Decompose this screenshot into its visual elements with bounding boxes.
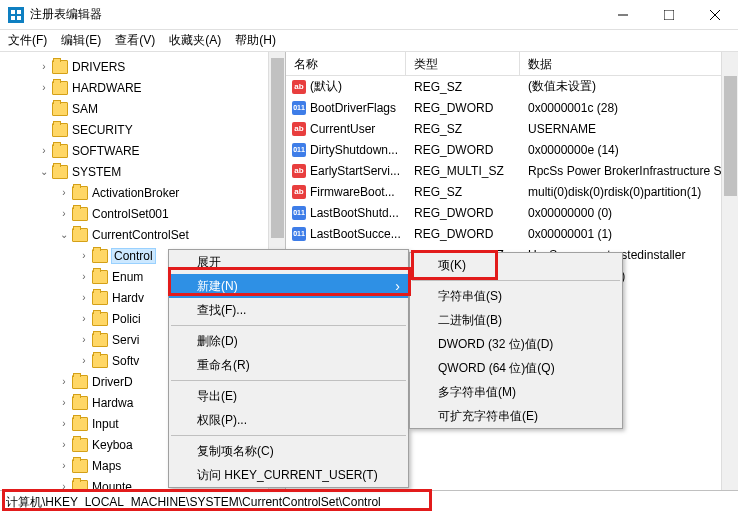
tree-label: Polici	[112, 312, 141, 326]
titlebar: 注册表编辑器	[0, 0, 738, 30]
list-row[interactable]: EarlyStartServi...REG_MULTI_SZRpcSs Powe…	[286, 160, 738, 181]
value-data: RpcSs Power BrokerInfrastructure S	[520, 164, 738, 178]
expander-icon[interactable]: ›	[78, 250, 90, 261]
list-row[interactable]: BootDriverFlagsREG_DWORD0x0000001c (28)	[286, 97, 738, 118]
expander-icon[interactable]: ›	[78, 292, 90, 303]
value-name: BootDriverFlags	[310, 101, 396, 115]
expander-icon[interactable]: ›	[58, 481, 70, 490]
expander-icon[interactable]: ⌄	[58, 229, 70, 240]
expander-icon[interactable]: ›	[38, 82, 50, 93]
col-name[interactable]: 名称	[286, 52, 406, 75]
svg-rect-0	[11, 10, 15, 14]
expander-icon[interactable]: ›	[38, 145, 50, 156]
list-row[interactable]: (默认)REG_SZ(数值未设置)	[286, 76, 738, 97]
menu-item[interactable]: 项(K)	[410, 253, 622, 277]
value-name: LastBootSucce...	[310, 227, 401, 241]
menu-item[interactable]: 导出(E)	[169, 384, 408, 408]
value-type: REG_DWORD	[406, 101, 520, 115]
list-row[interactable]: CurrentUserREG_SZUSERNAME	[286, 118, 738, 139]
menu-view[interactable]: 查看(V)	[115, 32, 155, 49]
col-data[interactable]: 数据	[520, 52, 738, 75]
folder-icon	[92, 312, 108, 326]
tree-item[interactable]: SECURITY	[0, 119, 285, 140]
tree-label: ControlSet001	[92, 207, 169, 221]
tree-item[interactable]: ⌄SYSTEM	[0, 161, 285, 182]
context-menu-new: 项(K)字符串值(S)二进制值(B)DWORD (32 位)值(D)QWORD …	[409, 252, 623, 429]
close-button[interactable]	[692, 0, 738, 30]
path-display: 计算机\HKEY_LOCAL_MACHINE\SYSTEM\CurrentCon…	[6, 494, 381, 511]
menu-file[interactable]: 文件(F)	[8, 32, 47, 49]
list-row[interactable]: DirtyShutdown...REG_DWORD0x0000000e (14)	[286, 139, 738, 160]
list-header: 名称 类型 数据	[286, 52, 738, 76]
menu-help[interactable]: 帮助(H)	[235, 32, 276, 49]
menu-item[interactable]: 二进制值(B)	[410, 308, 622, 332]
menu-item[interactable]: QWORD (64 位)值(Q)	[410, 356, 622, 380]
expander-icon[interactable]: ›	[78, 334, 90, 345]
minimize-button[interactable]	[600, 0, 646, 30]
tree-item[interactable]: ›ActivationBroker	[0, 182, 285, 203]
tree-label: CurrentControlSet	[92, 228, 189, 242]
value-type: REG_DWORD	[406, 227, 520, 241]
menu-item[interactable]: 多字符串值(M)	[410, 380, 622, 404]
col-type[interactable]: 类型	[406, 52, 520, 75]
tree-label: Keyboa	[92, 438, 133, 452]
tree-item[interactable]: ›SOFTWARE	[0, 140, 285, 161]
expander-icon[interactable]: ›	[38, 61, 50, 72]
menu-fav[interactable]: 收藏夹(A)	[169, 32, 221, 49]
tree-label: ActivationBroker	[92, 186, 179, 200]
menu-item[interactable]: 权限(P)...	[169, 408, 408, 432]
value-type: REG_SZ	[406, 185, 520, 199]
menu-item[interactable]: 删除(D)	[169, 329, 408, 353]
tree-item[interactable]: ›DRIVERS	[0, 56, 285, 77]
menu-item[interactable]: 复制项名称(C)	[169, 439, 408, 463]
folder-icon	[72, 375, 88, 389]
tree-label: SYSTEM	[72, 165, 121, 179]
value-data: 0x0000000e (14)	[520, 143, 738, 157]
menu-item[interactable]: 访问 HKEY_CURRENT_USER(T)	[169, 463, 408, 487]
expander-icon[interactable]: ›	[58, 208, 70, 219]
menu-item[interactable]: 可扩充字符串值(E)	[410, 404, 622, 428]
menu-item[interactable]: 查找(F)...	[169, 298, 408, 322]
list-scrollbar[interactable]	[721, 52, 738, 490]
expander-icon[interactable]: ›	[58, 187, 70, 198]
menu-edit[interactable]: 编辑(E)	[61, 32, 101, 49]
folder-icon	[92, 270, 108, 284]
binary-value-icon	[292, 227, 306, 241]
expander-icon[interactable]: ›	[58, 376, 70, 387]
tree-item[interactable]: ›HARDWARE	[0, 77, 285, 98]
expander-icon[interactable]: ⌄	[38, 166, 50, 177]
expander-icon[interactable]: ›	[58, 397, 70, 408]
expander-icon[interactable]: ›	[58, 439, 70, 450]
menu-item[interactable]: 新建(N)	[169, 274, 408, 298]
menu-separator	[412, 280, 620, 281]
folder-icon	[52, 144, 68, 158]
folder-icon	[72, 396, 88, 410]
tree-label: Hardv	[112, 291, 144, 305]
expander-icon[interactable]: ›	[58, 460, 70, 471]
tree-label: Maps	[92, 459, 121, 473]
expander-icon[interactable]: ›	[78, 355, 90, 366]
menu-item[interactable]: DWORD (32 位)值(D)	[410, 332, 622, 356]
maximize-button[interactable]	[646, 0, 692, 30]
menu-item[interactable]: 展开	[169, 250, 408, 274]
value-type: REG_DWORD	[406, 206, 520, 220]
list-row[interactable]: FirmwareBoot...REG_SZmulti(0)disk(0)rdis…	[286, 181, 738, 202]
tree-item[interactable]: SAM	[0, 98, 285, 119]
context-menu-main: 展开新建(N)查找(F)...删除(D)重命名(R)导出(E)权限(P)...复…	[168, 249, 409, 488]
value-data: 0x00000001 (1)	[520, 227, 738, 241]
list-row[interactable]: LastBootSucce...REG_DWORD0x00000001 (1)	[286, 223, 738, 244]
expander-icon[interactable]: ›	[78, 313, 90, 324]
tree-label: Mounte	[92, 480, 132, 491]
tree-item[interactable]: ⌄CurrentControlSet	[0, 224, 285, 245]
menu-item[interactable]: 重命名(R)	[169, 353, 408, 377]
value-data: multi(0)disk(0)rdisk(0)partition(1)	[520, 185, 738, 199]
menu-item[interactable]: 字符串值(S)	[410, 284, 622, 308]
folder-icon	[52, 102, 68, 116]
menubar: 文件(F) 编辑(E) 查看(V) 收藏夹(A) 帮助(H)	[0, 30, 738, 52]
value-name: (默认)	[310, 78, 342, 95]
expander-icon[interactable]: ›	[78, 271, 90, 282]
list-row[interactable]: LastBootShutd...REG_DWORD0x00000000 (0)	[286, 202, 738, 223]
tree-item[interactable]: ›ControlSet001	[0, 203, 285, 224]
value-type: REG_DWORD	[406, 143, 520, 157]
expander-icon[interactable]: ›	[58, 418, 70, 429]
